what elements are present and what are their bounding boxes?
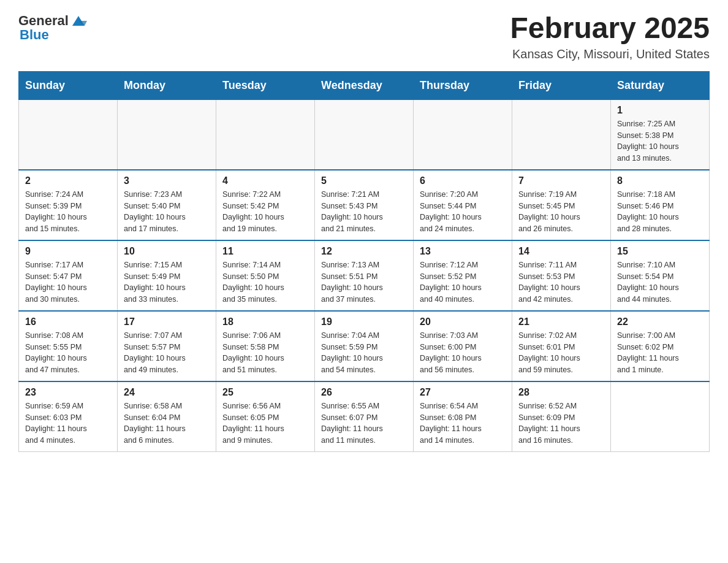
day-number: 20 [420,316,506,327]
day-number: 8 [617,175,703,186]
table-row: 7Sunrise: 7:19 AM Sunset: 5:45 PM Daylig… [512,170,611,240]
day-info: Sunrise: 7:03 AM Sunset: 6:00 PM Dayligh… [420,330,506,376]
day-number: 23 [25,387,111,398]
day-number: 2 [25,175,111,186]
month-title: February 2025 [510,12,710,45]
day-number: 21 [518,316,604,327]
day-info: Sunrise: 7:12 AM Sunset: 5:52 PM Dayligh… [420,259,506,305]
day-info: Sunrise: 7:07 AM Sunset: 5:57 PM Dayligh… [124,330,210,376]
table-row: 2Sunrise: 7:24 AM Sunset: 5:39 PM Daylig… [19,170,118,240]
calendar-week-row: 16Sunrise: 7:08 AM Sunset: 5:55 PM Dayli… [19,311,710,381]
table-row [118,99,216,170]
logo-icon [70,12,87,29]
table-row: 15Sunrise: 7:10 AM Sunset: 5:54 PM Dayli… [611,240,710,311]
col-friday: Friday [512,71,611,99]
day-number: 7 [518,175,604,186]
table-row: 27Sunrise: 6:54 AM Sunset: 6:08 PM Dayli… [414,381,512,452]
col-sunday: Sunday [19,71,118,99]
day-info: Sunrise: 6:55 AM Sunset: 6:07 PM Dayligh… [321,400,407,446]
table-row: 1Sunrise: 7:25 AM Sunset: 5:38 PM Daylig… [611,99,710,170]
day-info: Sunrise: 6:58 AM Sunset: 6:04 PM Dayligh… [124,400,210,446]
day-number: 18 [222,316,308,327]
table-row: 12Sunrise: 7:13 AM Sunset: 5:51 PM Dayli… [315,240,414,311]
table-row: 26Sunrise: 6:55 AM Sunset: 6:07 PM Dayli… [315,381,414,452]
calendar-week-row: 1Sunrise: 7:25 AM Sunset: 5:38 PM Daylig… [19,99,710,170]
table-row: 25Sunrise: 6:56 AM Sunset: 6:05 PM Dayli… [216,381,315,452]
table-row: 17Sunrise: 7:07 AM Sunset: 5:57 PM Dayli… [118,311,216,381]
day-info: Sunrise: 7:18 AM Sunset: 5:46 PM Dayligh… [617,189,703,235]
table-row [315,99,414,170]
table-row: 3Sunrise: 7:23 AM Sunset: 5:40 PM Daylig… [118,170,216,240]
day-number: 10 [124,246,210,257]
logo-text-blue: Blue [18,27,49,43]
day-info: Sunrise: 7:19 AM Sunset: 5:45 PM Dayligh… [518,189,604,235]
calendar-week-row: 23Sunrise: 6:59 AM Sunset: 6:03 PM Dayli… [19,381,710,452]
logo: General Blue [18,12,87,43]
calendar-week-row: 2Sunrise: 7:24 AM Sunset: 5:39 PM Daylig… [19,170,710,240]
day-info: Sunrise: 7:15 AM Sunset: 5:49 PM Dayligh… [124,259,210,305]
day-info: Sunrise: 7:24 AM Sunset: 5:39 PM Dayligh… [25,189,111,235]
day-number: 3 [124,175,210,186]
col-tuesday: Tuesday [216,71,315,99]
table-row: 4Sunrise: 7:22 AM Sunset: 5:42 PM Daylig… [216,170,315,240]
day-number: 28 [518,387,604,398]
day-number: 13 [420,246,506,257]
table-row: 16Sunrise: 7:08 AM Sunset: 5:55 PM Dayli… [19,311,118,381]
page-header: General Blue February 2025 Kansas City, … [18,12,710,61]
day-number: 11 [222,246,308,257]
day-number: 22 [617,316,703,327]
table-row: 18Sunrise: 7:06 AM Sunset: 5:58 PM Dayli… [216,311,315,381]
day-info: Sunrise: 7:11 AM Sunset: 5:53 PM Dayligh… [518,259,604,305]
table-row [19,99,118,170]
day-number: 19 [321,316,407,327]
calendar-week-row: 9Sunrise: 7:17 AM Sunset: 5:47 PM Daylig… [19,240,710,311]
day-info: Sunrise: 7:23 AM Sunset: 5:40 PM Dayligh… [124,189,210,235]
day-info: Sunrise: 6:59 AM Sunset: 6:03 PM Dayligh… [25,400,111,446]
table-row [512,99,611,170]
day-number: 15 [617,246,703,257]
day-info: Sunrise: 7:22 AM Sunset: 5:42 PM Dayligh… [222,189,308,235]
col-saturday: Saturday [611,71,710,99]
day-number: 9 [25,246,111,257]
table-row: 20Sunrise: 7:03 AM Sunset: 6:00 PM Dayli… [414,311,512,381]
table-row: 9Sunrise: 7:17 AM Sunset: 5:47 PM Daylig… [19,240,118,311]
title-area: February 2025 Kansas City, Missouri, Uni… [510,12,710,61]
day-info: Sunrise: 7:17 AM Sunset: 5:47 PM Dayligh… [25,259,111,305]
table-row: 14Sunrise: 7:11 AM Sunset: 5:53 PM Dayli… [512,240,611,311]
table-row: 8Sunrise: 7:18 AM Sunset: 5:46 PM Daylig… [611,170,710,240]
col-wednesday: Wednesday [315,71,414,99]
day-info: Sunrise: 7:02 AM Sunset: 6:01 PM Dayligh… [518,330,604,376]
day-info: Sunrise: 6:52 AM Sunset: 6:09 PM Dayligh… [518,400,604,446]
table-row: 21Sunrise: 7:02 AM Sunset: 6:01 PM Dayli… [512,311,611,381]
day-info: Sunrise: 7:10 AM Sunset: 5:54 PM Dayligh… [617,259,703,305]
col-thursday: Thursday [414,71,512,99]
table-row: 11Sunrise: 7:14 AM Sunset: 5:50 PM Dayli… [216,240,315,311]
calendar-table: Sunday Monday Tuesday Wednesday Thursday… [18,71,710,452]
table-row: 6Sunrise: 7:20 AM Sunset: 5:44 PM Daylig… [414,170,512,240]
day-number: 26 [321,387,407,398]
day-number: 16 [25,316,111,327]
day-info: Sunrise: 7:20 AM Sunset: 5:44 PM Dayligh… [420,189,506,235]
day-number: 27 [420,387,506,398]
day-info: Sunrise: 7:14 AM Sunset: 5:50 PM Dayligh… [222,259,308,305]
table-row: 24Sunrise: 6:58 AM Sunset: 6:04 PM Dayli… [118,381,216,452]
day-info: Sunrise: 7:21 AM Sunset: 5:43 PM Dayligh… [321,189,407,235]
day-info: Sunrise: 7:13 AM Sunset: 5:51 PM Dayligh… [321,259,407,305]
table-row: 5Sunrise: 7:21 AM Sunset: 5:43 PM Daylig… [315,170,414,240]
table-row: 28Sunrise: 6:52 AM Sunset: 6:09 PM Dayli… [512,381,611,452]
day-info: Sunrise: 7:08 AM Sunset: 5:55 PM Dayligh… [25,330,111,376]
day-info: Sunrise: 7:25 AM Sunset: 5:38 PM Dayligh… [617,118,703,164]
day-number: 1 [617,105,703,116]
table-row: 10Sunrise: 7:15 AM Sunset: 5:49 PM Dayli… [118,240,216,311]
day-number: 25 [222,387,308,398]
table-row: 13Sunrise: 7:12 AM Sunset: 5:52 PM Dayli… [414,240,512,311]
day-info: Sunrise: 7:00 AM Sunset: 6:02 PM Dayligh… [617,330,703,376]
table-row [414,99,512,170]
table-row: 22Sunrise: 7:00 AM Sunset: 6:02 PM Dayli… [611,311,710,381]
day-info: Sunrise: 6:56 AM Sunset: 6:05 PM Dayligh… [222,400,308,446]
day-number: 17 [124,316,210,327]
day-number: 24 [124,387,210,398]
table-row: 23Sunrise: 6:59 AM Sunset: 6:03 PM Dayli… [19,381,118,452]
table-row [216,99,315,170]
day-number: 4 [222,175,308,186]
